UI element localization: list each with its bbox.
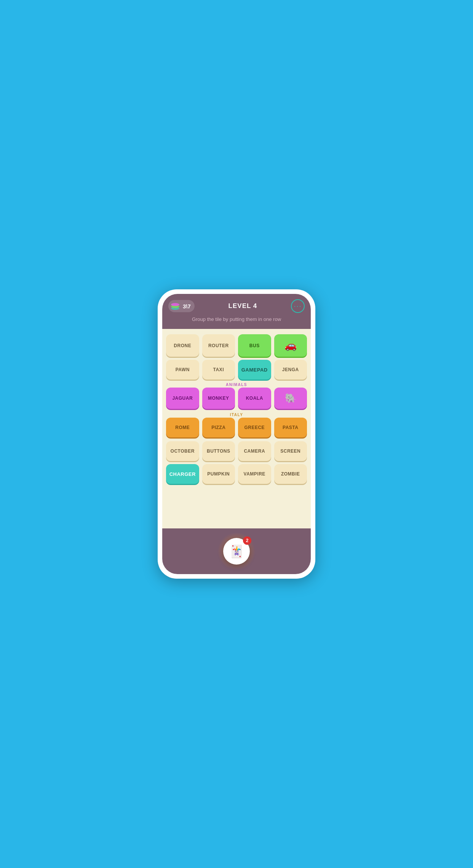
row-1: DRONE ROUTER BUS 🚗 [166,334,307,357]
tile-october[interactable]: OCTOBER [166,441,199,461]
tile-koala[interactable]: KOALA [238,388,271,409]
italy-category: ITALY ROME PIZZA GREECE PASTA [166,413,307,437]
menu-button[interactable]: ··· [291,299,305,313]
tile-gamepad[interactable]: GAMEPAD [238,360,271,380]
header: 3\7 LEVEL 4 ··· Group the tile by puttin… [162,294,311,329]
hint-icon: 🃏 [229,544,244,558]
instruction-text: Group the tile by putting them in one ro… [192,316,281,323]
animals-tiles: JAGUAR MONKEY KOALA 🐘 [166,388,307,409]
tile-monkey[interactable]: MONKEY [202,388,235,409]
tile-car-icon[interactable]: 🚗 [274,334,307,357]
tile-rome[interactable]: ROME [166,418,199,437]
tile-charger[interactable]: CHARGER [166,464,199,484]
tile-camera[interactable]: CAMERA [238,441,271,461]
italy-label: ITALY [166,413,307,417]
score-badge: 3\7 [168,300,195,312]
hint-count-badge: 2 [243,536,251,545]
game-area: DRONE ROUTER BUS 🚗 PAWN TAXI GAMEPAD JEN… [162,329,311,528]
tile-elephant-icon[interactable]: 🐘 [274,388,307,409]
svg-point-2 [171,303,179,306]
tile-pumpkin[interactable]: PUMPKIN [202,464,235,484]
tile-zombie[interactable]: ZOMBIE [274,464,307,484]
header-top: 3\7 LEVEL 4 ··· [168,299,305,313]
hint-button[interactable]: 🃏 2 [223,538,250,565]
menu-dots-icon: ··· [294,303,302,310]
score-display: 3\7 [183,303,191,310]
italy-tiles: ROME PIZZA GREECE PASTA [166,418,307,437]
tile-jenga[interactable]: JENGA [274,360,307,380]
row-2: PAWN TAXI GAMEPAD JENGA [166,360,307,380]
animals-category: ANIMALS JAGUAR MONKEY KOALA 🐘 [166,383,307,409]
bottom-area: 🃏 2 [162,528,311,574]
tile-bus[interactable]: BUS [238,334,271,357]
tile-vampire[interactable]: VAMPIRE [238,464,271,484]
level-title: LEVEL 4 [229,302,257,310]
phone-frame: 3\7 LEVEL 4 ··· Group the tile by puttin… [158,289,315,579]
tile-buttons[interactable]: BUTTONS [202,441,235,461]
tile-screen[interactable]: SCREEN [274,441,307,461]
tile-greece[interactable]: GREECE [238,418,271,437]
tile-drone[interactable]: DRONE [166,334,199,357]
row-6: CHARGER PUMPKIN VAMPIRE ZOMBIE [166,464,307,484]
layers-icon [170,302,181,311]
tile-jaguar[interactable]: JAGUAR [166,388,199,409]
phone-inner: 3\7 LEVEL 4 ··· Group the tile by puttin… [162,294,311,574]
row-5: OCTOBER BUTTONS CAMERA SCREEN [166,441,307,461]
animals-label: ANIMALS [166,383,307,387]
tile-taxi[interactable]: TAXI [202,360,235,380]
tile-pasta[interactable]: PASTA [274,418,307,437]
tile-pawn[interactable]: PAWN [166,360,199,380]
tile-pizza[interactable]: PIZZA [202,418,235,437]
tile-router[interactable]: ROUTER [202,334,235,357]
